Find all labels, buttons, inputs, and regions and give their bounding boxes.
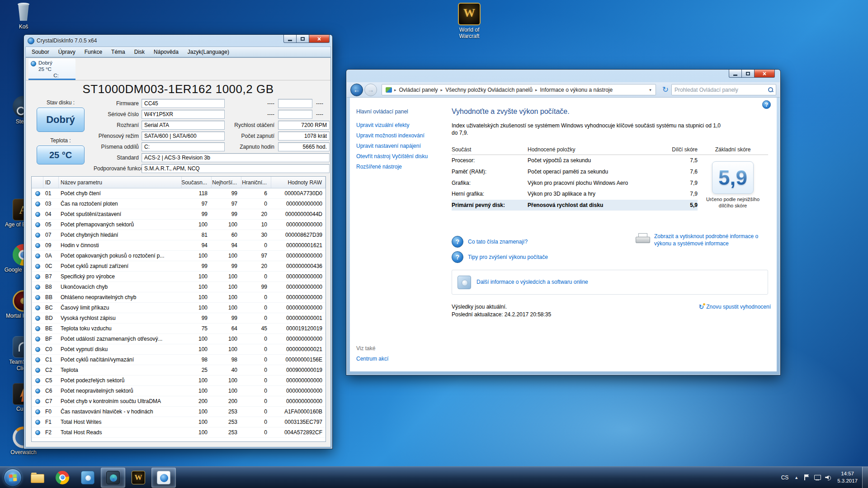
smart-attribute-row[interactable]: 0A Počet opakovaných pokusů o roztočení …: [32, 251, 326, 261]
smart-attribute-row[interactable]: C7 Počet chyb v kontrolním součtu UltraD…: [32, 396, 326, 407]
cp-maximize-button[interactable]: [742, 70, 755, 78]
hidden-icons-arrow[interactable]: ▲: [792, 475, 801, 480]
breadcrumb-performance-info[interactable]: Informace o výkonu a nástroje: [538, 86, 615, 94]
breadcrumb-dropdown-icon[interactable]: ▾: [647, 88, 654, 92]
smart-attribute-row[interactable]: 09 Hodin v činnosti 94 94 0 000000001621: [32, 240, 326, 251]
smart-attribute-row[interactable]: F0 Čas nastavování hlaviček - v hodinách…: [32, 407, 326, 417]
smart-attribute-row[interactable]: 05 Počet přemapovaných sektorů 100 100 1…: [32, 220, 326, 230]
attribute-id: BF: [43, 336, 59, 342]
taskbar-app-button[interactable]: [101, 468, 125, 488]
sidebar-task-link[interactable]: Upravit vizuální efekty: [356, 122, 434, 128]
cdi-minimize-button[interactable]: [283, 35, 297, 43]
taskbar-app-button[interactable]: [75, 468, 100, 488]
desktop-icon[interactable]: Koš: [4, 1, 43, 30]
smart-attribute-row[interactable]: F2 Total Host Reads 100 253 0 004A572892…: [32, 427, 326, 438]
clock[interactable]: 14:57 5.3.2017: [834, 470, 862, 484]
smart-attribute-row[interactable]: C0 Počet vypnutí disku 100 100 0 0000000…: [32, 344, 326, 355]
taskbar-app-button[interactable]: [50, 468, 75, 488]
desktop-wallpaper[interactable]: Koš Steam Age of Empires Google Chrome M…: [0, 0, 868, 488]
smart-attribute-row[interactable]: F1 Total Host Writes 100 253 0 0003135EC…: [32, 417, 326, 427]
sidebar-task-link[interactable]: Upravit možnosti indexování: [356, 132, 434, 139]
desktop-icon-wow[interactable]: World of Warcraft: [448, 3, 490, 39]
smart-attribute-row[interactable]: C2 Teplota 25 40 0 000900000019: [32, 365, 326, 375]
header-threshold[interactable]: Hraniční...: [241, 177, 271, 188]
taskbar-app-button[interactable]: [25, 468, 49, 488]
cp-minimize-button[interactable]: [729, 70, 742, 78]
forward-button[interactable]: →: [364, 84, 377, 96]
volume-icon[interactable]: [825, 474, 832, 481]
attribute-raw-value: 00000000156E: [271, 357, 326, 363]
smart-attribute-row[interactable]: 03 Čas na roztočení ploten 97 97 0 00000…: [32, 199, 326, 209]
taskbar-app-button[interactable]: [151, 468, 176, 488]
cdi-titlebar[interactable]: CrystalDiskInfo 7.0.5 x64 ×: [24, 35, 332, 47]
cdi-disk-tab[interactable]: Dobrý 25 °C C:: [28, 59, 75, 80]
what-do-numbers-mean-link[interactable]: ? Co tato čísla znamenají?: [452, 236, 528, 248]
search-input[interactable]: [675, 87, 766, 93]
cp-caption-buttons: ×: [729, 70, 775, 78]
health-status-button[interactable]: Dobrý: [37, 108, 85, 132]
sidebar-home-link[interactable]: Hlavní ovládací panel: [356, 108, 434, 115]
attribute-raw-value: 000000000000: [271, 201, 326, 207]
improve-performance-tips-link[interactable]: ? Tipy pro zvýšení výkonu počítače: [452, 251, 548, 263]
start-button[interactable]: [4, 469, 22, 487]
print-details-link[interactable]: Zobrazit a vytisknout podrobné informace…: [635, 233, 771, 247]
smart-attribute-row[interactable]: B7 Specifický pro výrobce 100 100 0 0000…: [32, 272, 326, 282]
smart-attribute-row[interactable]: BE Teplota toku vzduchu 75 64 45 0000191…: [32, 324, 326, 334]
sidebar-see-also-link[interactable]: Centrum akcí: [356, 356, 388, 362]
attribute-threshold: 30: [241, 232, 271, 238]
score-row: Herní grafika: Výkon pro 3D aplikace a h…: [452, 188, 698, 200]
action-center-icon[interactable]: [803, 474, 810, 481]
field-label: Zapnuto hodin: [224, 144, 274, 150]
cdi-close-button[interactable]: ×: [309, 35, 330, 43]
more-info-online-box[interactable]: Další informace o výsledcích a softwaru …: [452, 270, 768, 295]
cp-close-button[interactable]: ×: [755, 70, 775, 78]
rerun-assessment-link[interactable]: ↻ Znovu spustit vyhodnocení: [699, 303, 771, 310]
header-raw-values[interactable]: Hodnoty RAW: [271, 177, 326, 188]
temperature-button[interactable]: 25 °C: [37, 145, 85, 164]
refresh-icon[interactable]: ↻: [660, 85, 671, 94]
smart-attribute-row[interactable]: 0C Počet cyklů zapnutí zařízení 99 99 20…: [32, 261, 326, 272]
field-label: Písmena oddílů: [94, 144, 139, 150]
cdi-menu-item[interactable]: Úpravy: [54, 47, 80, 56]
header-current[interactable]: Současn...: [182, 177, 212, 188]
header-worst[interactable]: Nejhorší...: [212, 177, 241, 188]
header-id[interactable]: ID: [43, 177, 59, 188]
cdi-menu-item[interactable]: Téma: [107, 47, 129, 56]
sidebar-task-link[interactable]: Otevřít nástroj Vyčištění disku: [356, 153, 434, 160]
language-indicator[interactable]: CS: [778, 474, 792, 481]
cdi-menu-item[interactable]: Funkce: [80, 47, 106, 56]
smart-attribute-row[interactable]: 07 Počet chybných hledání 81 60 30 00000…: [32, 230, 326, 240]
smart-attribute-row[interactable]: C5 Počet podezřelých sektorů 100 100 0 0…: [32, 375, 326, 386]
attribute-threshold: 10: [241, 221, 271, 228]
smart-attribute-row[interactable]: BC Časový limit příkazu 100 100 0 000000…: [32, 303, 326, 313]
help-button[interactable]: ?: [762, 100, 771, 109]
field-label: Standard: [94, 155, 139, 161]
smart-attribute-row[interactable]: C6 Počet neopravitelných sektorů 100 100…: [32, 386, 326, 396]
smart-attribute-row[interactable]: BD Vysoká rychlost zápisu 99 99 0 000000…: [32, 313, 326, 324]
cdi-menu-item[interactable]: Disk: [130, 47, 149, 56]
show-desktop-button[interactable]: [862, 467, 868, 488]
cdi-menu-item[interactable]: Nápověda: [150, 47, 183, 56]
breadcrumb-control-panel[interactable]: Ovládací panely: [397, 86, 440, 94]
network-icon[interactable]: [814, 474, 821, 481]
smart-attribute-row[interactable]: 04 Počet spuštění/zastavení 99 99 20 000…: [32, 209, 326, 220]
header-name[interactable]: Název parametru: [59, 177, 182, 188]
sidebar-task-link[interactable]: Upravit nastavení napájení: [356, 143, 434, 149]
cdi-client-area: Dobrý 25 °C C: ST1000DM003-1ER162 1000,2…: [25, 57, 331, 447]
sidebar-task-link[interactable]: Rozšířené nástroje: [356, 164, 434, 170]
search-icon[interactable]: [768, 87, 773, 92]
cdi-menu-item[interactable]: Soubor: [28, 47, 53, 56]
smart-attribute-row[interactable]: B8 Ukončovacích chyb 100 100 99 00000000…: [32, 282, 326, 292]
attribute-worst: 253: [212, 419, 241, 425]
cdi-maximize-button[interactable]: [297, 35, 309, 43]
smart-attribute-row[interactable]: 01 Počet chyb čtení 118 99 6 00000A7730D…: [32, 188, 326, 199]
smart-attribute-row[interactable]: C1 Počet cyklů načítání/vymazání 98 98 0…: [32, 355, 326, 365]
search-box: [671, 84, 776, 95]
smart-attribute-row[interactable]: BF Počet událostí zaznamenaných otřesový…: [32, 334, 326, 344]
breadcrumb-all-items[interactable]: Všechny položky Ovládacích panelů: [443, 86, 535, 94]
back-button[interactable]: ←: [350, 84, 363, 96]
score-row: Paměť (RAM): Počet operací paměti za sek…: [452, 166, 698, 178]
smart-attribute-row[interactable]: BB Ohlášeno neopravitelných chyb 100 100…: [32, 292, 326, 303]
taskbar-app-button[interactable]: [126, 468, 151, 488]
cdi-menu-item[interactable]: Jazyk(Language): [184, 47, 233, 56]
